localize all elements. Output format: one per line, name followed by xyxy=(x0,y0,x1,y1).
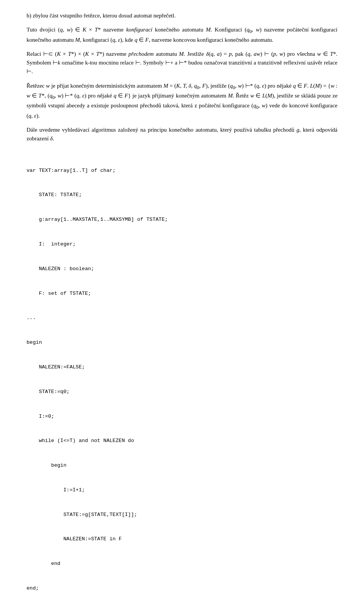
code-line-nalezen-assign: NALEZEN:=STATE in F xyxy=(27,535,337,543)
code-line-end-inner: end xyxy=(27,560,337,568)
code-block: var TEXT:array[1..T] of char; STATE: TST… xyxy=(27,150,337,593)
code-line-5: NALEZEN : boolean; xyxy=(27,265,337,273)
code-line-state-q0: STATE:=q0; xyxy=(27,388,337,396)
code-line-6: F: set of TSTATE; xyxy=(27,289,337,298)
paragraph-konfigurace: Tuto dvojici (q, w) ∈ K × T* nazveme kon… xyxy=(27,25,337,44)
text-p5: Dále uvedeme vyhledávací algoritmus zalo… xyxy=(27,126,337,143)
code-line-3: g:array[1..MAXSTATE,1..MAXSYMB] of TSTAT… xyxy=(27,215,337,224)
code-line-begin2: begin xyxy=(27,461,337,470)
code-line-4: I: integer; xyxy=(27,240,337,249)
code-line-while: while (I<=T) and not NALEZEN do xyxy=(27,437,337,445)
code-line-i-inc: I:=I+1; xyxy=(27,486,337,494)
code-line-i-zero: I:=0; xyxy=(27,412,337,421)
text-p4: Řetězec w je přijat konečným determinist… xyxy=(27,82,337,120)
text-p2: Tuto dvojici (q, w) ∈ K × T* nazveme kon… xyxy=(27,25,337,44)
code-line-dots1: ... xyxy=(27,314,337,322)
paragraph-dale: Dále uvedeme vyhledávací algoritmus zalo… xyxy=(27,126,337,143)
code-line-2: STATE: TSTATE; xyxy=(27,191,337,199)
paragraph-b: b) zbylou část vstupního řetězce, kterou… xyxy=(27,11,337,20)
code-line-begin: begin xyxy=(27,338,337,347)
paragraph-retezec: Řetězec w je přijat konečným determinist… xyxy=(27,82,337,120)
code-line-nalezen-false: NALEZEN:=FALSE; xyxy=(27,363,337,371)
code-line-1: var TEXT:array[1..T] of char; xyxy=(27,167,337,175)
code-line-state-assign: STATE:=g[STATE,TEXT[I]]; xyxy=(27,511,337,519)
page-container: b) zbylou část vstupního řetězce, kterou… xyxy=(0,0,364,593)
text-p3: Relaci ⊢⊂ (K × T*) × (K × T*) nazveme př… xyxy=(27,50,337,76)
text-p1: b) zbylou část vstupního řetězce, kterou… xyxy=(27,11,337,20)
paragraph-relaci: Relaci ⊢⊂ (K × T*) × (K × T*) nazveme př… xyxy=(27,50,337,76)
code-line-end-outer: end; xyxy=(27,584,337,593)
